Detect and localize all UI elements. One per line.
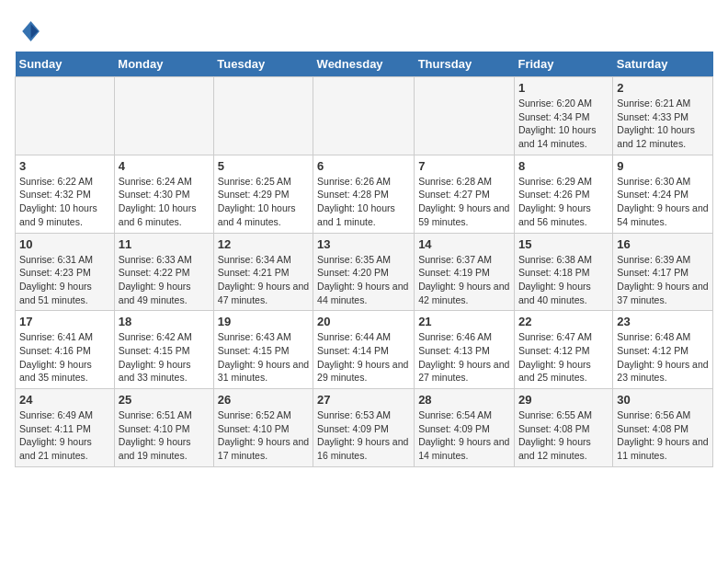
day-info: Sunrise: 6:28 AM Sunset: 4:27 PM Dayligh… [418,175,510,229]
day-number: 5 [218,159,309,173]
day-number: 29 [518,393,609,407]
calendar-cell: 13Sunrise: 6:35 AM Sunset: 4:20 PM Dayli… [313,233,415,311]
calendar-cell: 23Sunrise: 6:48 AM Sunset: 4:12 PM Dayli… [613,311,713,389]
day-info: Sunrise: 6:22 AM Sunset: 4:32 PM Dayligh… [19,175,110,229]
day-number: 14 [418,237,510,251]
calendar-cell: 6Sunrise: 6:26 AM Sunset: 4:28 PM Daylig… [313,155,415,233]
day-number: 6 [317,159,410,173]
calendar-cell: 18Sunrise: 6:42 AM Sunset: 4:15 PM Dayli… [114,311,213,389]
day-number: 16 [617,237,709,251]
calendar-cell: 14Sunrise: 6:37 AM Sunset: 4:19 PM Dayli… [415,233,515,311]
day-number: 19 [218,315,309,328]
day-info: Sunrise: 6:34 AM Sunset: 4:21 PM Dayligh… [218,253,309,307]
day-number: 13 [317,237,410,251]
calendar-cell: 4Sunrise: 6:24 AM Sunset: 4:30 PM Daylig… [114,155,213,233]
day-info: Sunrise: 6:42 AM Sunset: 4:15 PM Dayligh… [119,330,210,385]
day-number: 4 [119,159,210,173]
day-number: 15 [518,237,609,251]
day-number: 25 [119,393,210,407]
logo [15,18,46,48]
day-number: 30 [617,393,709,407]
weekday-header-tuesday: Tuesday [213,52,313,77]
day-number: 12 [218,237,309,251]
day-number: 11 [119,237,210,251]
day-number: 26 [218,393,309,407]
calendar-cell: 11Sunrise: 6:33 AM Sunset: 4:22 PM Dayli… [114,233,213,311]
calendar-cell: 30Sunrise: 6:56 AM Sunset: 4:08 PM Dayli… [613,389,713,467]
day-info: Sunrise: 6:49 AM Sunset: 4:11 PM Dayligh… [19,408,110,463]
day-info: Sunrise: 6:37 AM Sunset: 4:19 PM Dayligh… [418,253,510,307]
day-info: Sunrise: 6:26 AM Sunset: 4:28 PM Dayligh… [317,175,410,229]
calendar-cell: 10Sunrise: 6:31 AM Sunset: 4:23 PM Dayli… [16,233,115,311]
calendar-cell: 25Sunrise: 6:51 AM Sunset: 4:10 PM Dayli… [114,389,213,467]
calendar-cell: 1Sunrise: 6:20 AM Sunset: 4:34 PM Daylig… [514,77,612,155]
weekday-header-wednesday: Wednesday [313,52,415,77]
calendar-cell: 28Sunrise: 6:54 AM Sunset: 4:09 PM Dayli… [415,389,515,467]
weekday-header-thursday: Thursday [415,52,515,77]
day-info: Sunrise: 6:20 AM Sunset: 4:34 PM Dayligh… [518,97,609,151]
day-info: Sunrise: 6:25 AM Sunset: 4:29 PM Dayligh… [218,175,309,229]
calendar-header: SundayMondayTuesdayWednesdayThursdayFrid… [16,52,713,77]
day-info: Sunrise: 6:35 AM Sunset: 4:20 PM Dayligh… [317,253,410,307]
day-info: Sunrise: 6:41 AM Sunset: 4:16 PM Dayligh… [19,330,110,385]
calendar-cell: 16Sunrise: 6:39 AM Sunset: 4:17 PM Dayli… [613,233,713,311]
calendar-cell [415,77,515,155]
day-info: Sunrise: 6:53 AM Sunset: 4:09 PM Dayligh… [317,408,410,463]
day-number: 17 [19,315,110,328]
calendar-table: SundayMondayTuesdayWednesdayThursdayFrid… [15,52,713,467]
calendar-cell: 29Sunrise: 6:55 AM Sunset: 4:08 PM Dayli… [514,389,612,467]
calendar-cell: 21Sunrise: 6:46 AM Sunset: 4:13 PM Dayli… [415,311,515,389]
day-number: 9 [617,159,709,173]
day-info: Sunrise: 6:30 AM Sunset: 4:24 PM Dayligh… [617,175,709,229]
day-info: Sunrise: 6:43 AM Sunset: 4:15 PM Dayligh… [218,330,309,385]
calendar-cell: 3Sunrise: 6:22 AM Sunset: 4:32 PM Daylig… [16,155,115,233]
day-info: Sunrise: 6:52 AM Sunset: 4:10 PM Dayligh… [218,408,309,463]
day-number: 1 [518,81,609,95]
day-number: 8 [518,159,609,173]
calendar-cell: 5Sunrise: 6:25 AM Sunset: 4:29 PM Daylig… [213,155,313,233]
calendar-cell: 9Sunrise: 6:30 AM Sunset: 4:24 PM Daylig… [613,155,713,233]
day-number: 27 [317,393,410,407]
calendar-cell: 20Sunrise: 6:44 AM Sunset: 4:14 PM Dayli… [313,311,415,389]
calendar-cell: 15Sunrise: 6:38 AM Sunset: 4:18 PM Dayli… [514,233,612,311]
calendar-cell [313,77,415,155]
calendar-cell: 22Sunrise: 6:47 AM Sunset: 4:12 PM Dayli… [514,311,612,389]
calendar-cell [213,77,313,155]
day-number: 24 [19,393,110,407]
day-info: Sunrise: 6:31 AM Sunset: 4:23 PM Dayligh… [19,253,110,307]
day-info: Sunrise: 6:29 AM Sunset: 4:26 PM Dayligh… [518,175,609,229]
day-info: Sunrise: 6:47 AM Sunset: 4:12 PM Dayligh… [518,330,609,385]
day-number: 2 [617,81,709,95]
day-info: Sunrise: 6:54 AM Sunset: 4:09 PM Dayligh… [418,408,510,463]
day-info: Sunrise: 6:48 AM Sunset: 4:12 PM Dayligh… [617,330,709,385]
calendar-cell: 26Sunrise: 6:52 AM Sunset: 4:10 PM Dayli… [213,389,313,467]
day-info: Sunrise: 6:33 AM Sunset: 4:22 PM Dayligh… [119,253,210,307]
day-number: 7 [418,159,510,173]
day-info: Sunrise: 6:44 AM Sunset: 4:14 PM Dayligh… [317,330,410,385]
day-number: 18 [119,315,210,328]
day-info: Sunrise: 6:55 AM Sunset: 4:08 PM Dayligh… [518,408,609,463]
logo-icon [17,18,42,44]
calendar-cell: 24Sunrise: 6:49 AM Sunset: 4:11 PM Dayli… [16,389,115,467]
calendar-cell [16,77,115,155]
day-number: 20 [317,315,410,328]
day-number: 10 [19,237,110,251]
day-number: 3 [19,159,110,173]
day-info: Sunrise: 6:24 AM Sunset: 4:30 PM Dayligh… [119,175,210,229]
calendar-cell: 2Sunrise: 6:21 AM Sunset: 4:33 PM Daylig… [613,77,713,155]
calendar-cell: 27Sunrise: 6:53 AM Sunset: 4:09 PM Dayli… [313,389,415,467]
day-info: Sunrise: 6:51 AM Sunset: 4:10 PM Dayligh… [119,408,210,463]
weekday-header-saturday: Saturday [613,52,713,77]
day-number: 22 [518,315,609,328]
calendar-cell: 7Sunrise: 6:28 AM Sunset: 4:27 PM Daylig… [415,155,515,233]
weekday-header-monday: Monday [114,52,213,77]
calendar-cell [114,77,213,155]
day-number: 21 [418,315,510,328]
calendar-cell: 8Sunrise: 6:29 AM Sunset: 4:26 PM Daylig… [514,155,612,233]
day-number: 28 [418,393,510,407]
calendar-cell: 12Sunrise: 6:34 AM Sunset: 4:21 PM Dayli… [213,233,313,311]
day-info: Sunrise: 6:38 AM Sunset: 4:18 PM Dayligh… [518,253,609,307]
header [15,15,713,48]
calendar-cell: 17Sunrise: 6:41 AM Sunset: 4:16 PM Dayli… [16,311,115,389]
calendar-cell: 19Sunrise: 6:43 AM Sunset: 4:15 PM Dayli… [213,311,313,389]
